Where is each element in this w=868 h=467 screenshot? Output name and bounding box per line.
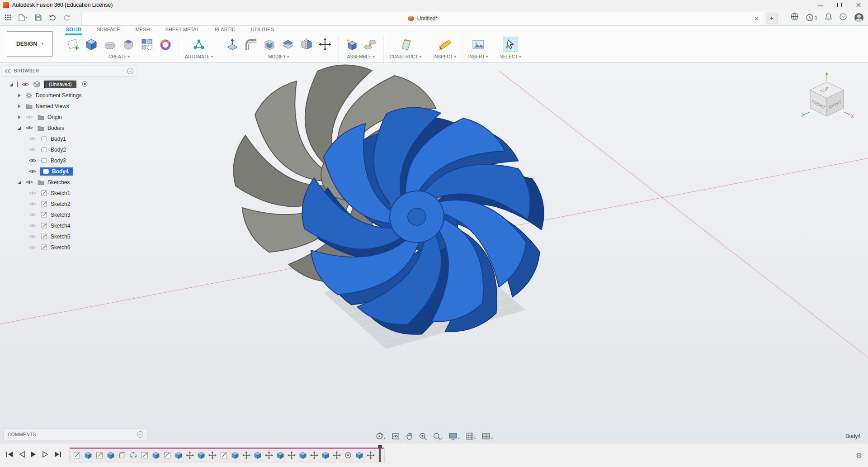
file-menu-icon[interactable]: ▾: [19, 14, 28, 21]
visibility-eye-icon[interactable]: [25, 114, 34, 119]
loft-tool-button[interactable]: [103, 37, 117, 52]
tree-item-sketch1[interactable]: Sketch1: [1, 188, 137, 199]
look-at-tool[interactable]: [392, 432, 400, 440]
tree-item-sketch4[interactable]: Sketch4: [1, 220, 137, 231]
visibility-eye-icon[interactable]: [21, 82, 30, 87]
zoom-window-tool[interactable]: [419, 432, 427, 440]
fit-view-tool[interactable]: ▾: [433, 432, 443, 440]
comments-expand-icon[interactable]: –: [137, 431, 143, 438]
user-avatar[interactable]: [854, 13, 863, 22]
tree-item-sketches[interactable]: Sketches: [1, 177, 137, 188]
collapse-panel-icon[interactable]: [5, 69, 10, 73]
tree-item-sketch2[interactable]: Sketch2: [1, 199, 137, 210]
tree-root-document[interactable]: (Unsaved): [1, 79, 137, 90]
skip-to-start-button[interactable]: [6, 451, 13, 459]
coil-tool-button[interactable]: [158, 37, 173, 52]
timeline-feature-move[interactable]: [208, 451, 217, 460]
expand-icon[interactable]: [16, 181, 22, 184]
automate-tool-button[interactable]: [192, 37, 206, 52]
timeline-feature-move[interactable]: [332, 451, 341, 460]
visibility-eye-icon[interactable]: [28, 147, 37, 152]
move-copy-button[interactable]: [318, 37, 332, 52]
timeline-feature-fillet[interactable]: [118, 451, 127, 460]
timeline-strip[interactable]: [69, 448, 385, 462]
timeline-feature-extrude[interactable]: [174, 451, 183, 460]
select-dropdown[interactable]: SELECT▾: [500, 54, 521, 59]
expand-icon[interactable]: [16, 94, 22, 97]
timeline-feature-extrude[interactable]: [231, 451, 240, 460]
timeline-feature-move[interactable]: [264, 451, 274, 460]
fillet-button[interactable]: [244, 37, 258, 52]
orbit-tool[interactable]: ▾: [375, 432, 386, 440]
redo-icon[interactable]: [63, 14, 71, 21]
timeline-feature-extrude[interactable]: [106, 451, 115, 460]
visibility-eye-icon[interactable]: [28, 201, 37, 206]
new-tab-button[interactable]: +: [766, 13, 778, 24]
pan-tool[interactable]: [406, 432, 413, 440]
timeline-feature-extrude[interactable]: [355, 451, 364, 460]
create-dropdown[interactable]: CREATE▾: [108, 54, 130, 59]
timeline-feature-extrude[interactable]: [321, 451, 330, 460]
timeline-feature-sketch[interactable]: [95, 451, 104, 460]
split-body-button[interactable]: [299, 37, 314, 52]
construct-dropdown[interactable]: CONSTRUCT▾: [390, 54, 421, 59]
tree-item-sketch3[interactable]: Sketch3: [1, 210, 137, 220]
visibility-eye-icon[interactable]: [28, 169, 37, 174]
timeline-settings-gear-icon[interactable]: ⚙: [856, 451, 862, 460]
close-tab-icon[interactable]: ✕: [754, 15, 759, 22]
visibility-eye-icon[interactable]: [28, 234, 37, 239]
visibility-eye-icon[interactable]: [28, 223, 37, 228]
visibility-eye-icon[interactable]: [25, 125, 34, 130]
offset-face-button[interactable]: [281, 37, 295, 52]
timeline-feature-pattern[interactable]: [129, 451, 138, 460]
close-button[interactable]: [849, 0, 868, 10]
workspace-switcher[interactable]: DESIGN ▾: [7, 31, 53, 57]
visibility-eye-icon[interactable]: [28, 191, 37, 195]
modify-dropdown[interactable]: MODIFY▾: [268, 54, 289, 59]
grid-snap-tool[interactable]: ▾: [466, 432, 476, 440]
viewport-3d[interactable]: TOP FRONT RIGHT Z X BROWSER –: [0, 63, 868, 443]
tree-item-bodies[interactable]: Bodies: [1, 123, 137, 133]
activate-component-radio[interactable]: [82, 81, 88, 88]
timeline-feature-extrude[interactable]: [253, 451, 262, 460]
box-tool-button[interactable]: [84, 37, 99, 52]
tree-item-body1[interactable]: Body1: [1, 133, 137, 144]
measure-button[interactable]: [438, 37, 452, 52]
new-component-button[interactable]: [344, 37, 359, 52]
step-forward-button[interactable]: [42, 451, 48, 459]
expand-icon[interactable]: [8, 83, 14, 86]
timeline-feature-extrude[interactable]: [197, 451, 206, 460]
extensions-icon[interactable]: [791, 13, 798, 22]
visibility-eye-icon[interactable]: [28, 212, 37, 217]
automate-dropdown[interactable]: AUTOMATE▾: [185, 54, 213, 59]
timeline-feature-extrude[interactable]: [151, 451, 160, 460]
timeline-feature-extrude[interactable]: [298, 451, 307, 460]
assemble-dropdown[interactable]: ASSEMBLE▾: [347, 54, 375, 59]
play-button[interactable]: [31, 451, 37, 459]
tree-item-body3[interactable]: Body3: [1, 155, 137, 166]
press-pull-button[interactable]: [225, 37, 240, 52]
view-cube[interactable]: TOP FRONT RIGHT Z X: [797, 71, 856, 130]
tab-solid[interactable]: SOLID: [65, 26, 82, 35]
construct-plane-button[interactable]: [398, 37, 413, 52]
minimize-button[interactable]: [811, 0, 830, 10]
timeline-feature-sketch[interactable]: [163, 451, 172, 460]
timeline-feature-extrude[interactable]: [276, 451, 285, 460]
tab-surface[interactable]: SURFACE: [96, 26, 121, 35]
tree-item-document-settings[interactable]: Document Settings: [1, 90, 137, 101]
timeline-feature-hole[interactable]: [344, 451, 353, 460]
notifications-bell-icon[interactable]: [825, 13, 832, 22]
visibility-eye-icon[interactable]: [28, 245, 37, 250]
viewports-tool[interactable]: ▾: [481, 432, 493, 440]
tab-mesh[interactable]: MESH: [135, 26, 151, 35]
tree-item-named-views[interactable]: Named Views: [1, 101, 137, 112]
tree-item-body2[interactable]: Body2: [1, 144, 137, 155]
pattern-tool-button[interactable]: [140, 37, 154, 52]
visibility-eye-icon[interactable]: [25, 180, 34, 185]
save-icon[interactable]: [35, 14, 42, 21]
tree-item-body4-selected[interactable]: Body4: [1, 166, 137, 177]
tree-item-sketch6[interactable]: Sketch6: [1, 242, 137, 253]
tab-sheet-metal[interactable]: SHEET METAL: [164, 26, 200, 35]
maximize-button[interactable]: [830, 0, 849, 10]
timeline-feature-move[interactable]: [287, 451, 296, 460]
